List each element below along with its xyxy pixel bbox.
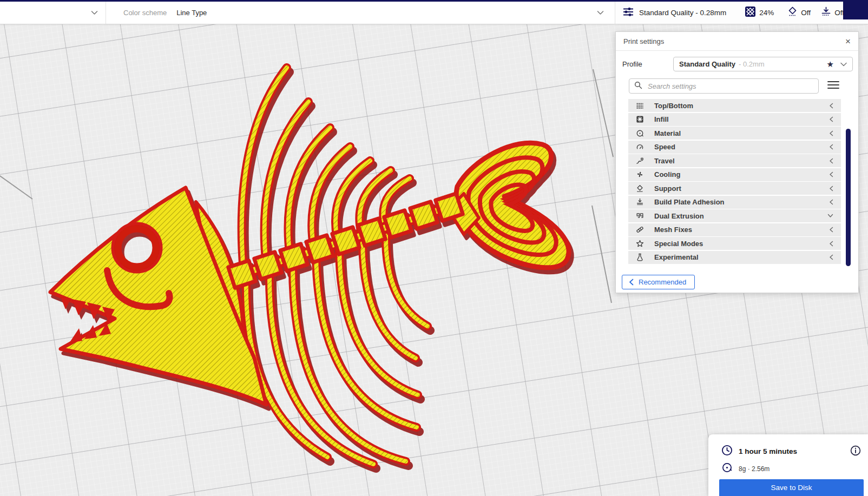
panel-header: Print settings × [616,32,858,51]
chevron-left-icon [828,171,834,178]
support-icon [635,184,644,193]
adhesion-icon [820,6,832,19]
chevron-left-icon [828,240,834,247]
info-icon[interactable] [850,445,861,458]
panel-title: Print settings [623,37,664,45]
chevron-down-icon [840,62,847,67]
profile-dropdown[interactable]: Standard Quality - 0.2mm ★ [673,57,853,71]
chevron-left-icon [828,157,834,164]
spool-icon [722,462,732,475]
material-usage: 8g · 2.56m [739,465,770,473]
search-row [629,78,851,94]
support-state: Off [801,9,811,17]
infill-icon [745,6,756,19]
color-scheme-label: Color scheme [123,9,167,17]
material-icon [635,129,644,137]
profile-row: Profile Standard Quality - 0.2mm ★ [622,57,853,71]
chevron-down-icon [91,10,98,15]
category-speed[interactable]: Speed [628,141,841,154]
stage-toolbar: Color scheme Line Type Standard Quality … [0,0,868,24]
category-travel[interactable]: Travel [628,154,841,167]
print-time: 1 hour 5 minutes [739,447,797,455]
application-menu-corner[interactable] [843,0,868,19]
settings-category-list: Top/Bottom Infill Material Speed Travel … [628,99,841,264]
scrollbar-thumb[interactable] [846,129,851,266]
cooling-icon [635,170,644,179]
material-usage-row: 8g · 2.56m [722,462,770,475]
recommended-mode-button[interactable]: Recommended [622,275,695,289]
chevron-down-icon [827,213,834,219]
color-scheme-value: Line Type [176,9,207,17]
experimental-icon [635,253,644,262]
favorite-star-icon[interactable]: ★ [827,60,834,68]
support-icon [787,6,798,19]
search-box[interactable] [629,78,819,94]
infill-icon [635,115,644,124]
recommended-label: Recommended [639,278,686,286]
speed-icon [635,143,644,151]
chevron-left-icon [828,116,834,123]
chevron-left-icon [828,226,834,233]
search-input[interactable] [647,82,813,91]
category-support[interactable]: Support [628,182,841,195]
clock-icon [721,445,733,458]
top-bottom-icon [635,101,644,110]
special-modes-icon [635,239,644,248]
profile-detail: - 0.2mm [739,60,765,68]
chevron-down-icon [597,10,604,15]
close-icon[interactable]: × [845,37,851,46]
save-to-disk-button[interactable]: Save to Disk [719,479,864,496]
menu-icon[interactable] [827,81,839,91]
print-job-summary-card: 1 hour 5 minutes 8g · 2.56m Save to Disk [708,434,868,496]
chevron-left-icon [828,143,834,150]
profile-label: Profile [622,60,673,68]
category-infill[interactable]: Infill [628,113,841,126]
category-mesh-fixes[interactable]: Mesh Fixes [628,223,841,236]
chevron-left-icon [629,279,634,286]
print-settings-panel: Print settings × Profile Standard Qualit… [615,31,859,293]
chevron-left-icon [828,102,834,109]
category-build-plate-adhesion[interactable]: Build Plate Adhesion [628,196,841,209]
category-top-bottom[interactable]: Top/Bottom [628,99,841,112]
travel-icon [635,156,644,165]
chevron-left-icon [828,254,834,261]
profile-name: Standard Quality [679,60,735,68]
color-scheme-dropdown[interactable]: Color scheme Line Type [106,2,615,24]
search-icon [634,81,642,91]
category-experimental[interactable]: Experimental [628,251,841,264]
print-settings-summary-button[interactable]: Standard Quality - 0.28mm 24% Off Off [615,2,868,24]
print-time-row: 1 hour 5 minutes [721,445,797,458]
object-list-dropdown[interactable] [0,2,106,24]
quality-summary: Standard Quality - 0.28mm [639,9,726,17]
category-cooling[interactable]: Cooling [628,168,841,181]
chevron-left-icon [828,199,834,206]
chevron-left-icon [828,130,834,137]
infill-percent: 24% [759,9,774,17]
sliders-icon [622,6,635,19]
category-special-modes[interactable]: Special Modes [628,237,841,250]
mesh-fixes-icon [635,226,644,234]
dual-extrusion-icon [635,211,644,220]
category-material[interactable]: Material [628,127,841,140]
category-dual-extrusion[interactable]: Dual Extrusion [628,209,841,222]
adhesion-icon [635,198,644,207]
chevron-left-icon [828,185,834,192]
